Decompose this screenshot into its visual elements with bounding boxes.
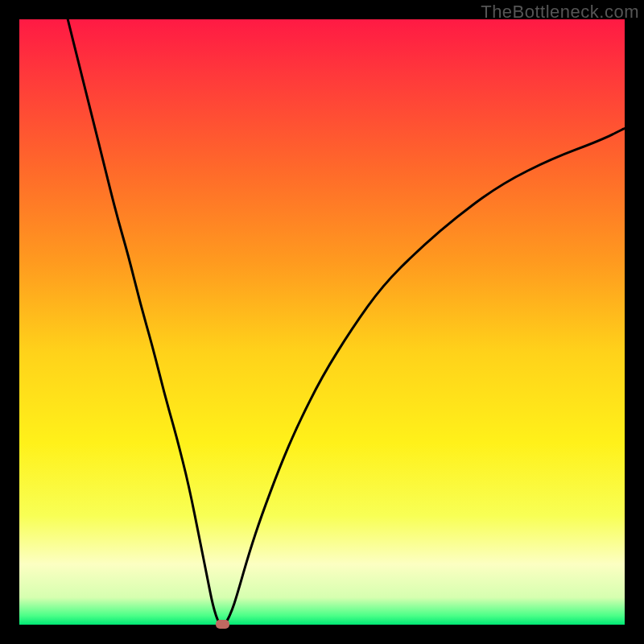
chart-frame: TheBottleneck.com xyxy=(0,0,644,644)
plot-area xyxy=(19,19,625,625)
gradient-background xyxy=(19,19,625,625)
optimal-point-marker xyxy=(216,620,229,629)
watermark-text: TheBottleneck.com xyxy=(481,2,639,23)
chart-svg xyxy=(19,19,625,625)
